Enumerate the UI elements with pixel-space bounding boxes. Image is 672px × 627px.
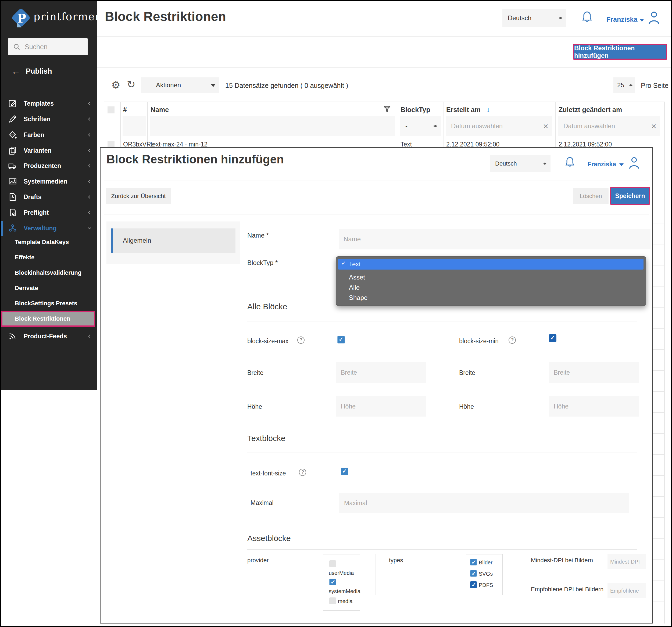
- name-input[interactable]: [339, 229, 650, 249]
- section-divider: [247, 321, 637, 321]
- row-checkbox[interactable]: [107, 141, 115, 148]
- sidebar-item-preflight[interactable]: Preflight: [0, 205, 97, 220]
- sidebar-item-verwaltung[interactable]: Verwaltung: [0, 220, 97, 236]
- sidebar-item-drafts[interactable]: Drafts: [0, 189, 97, 205]
- help-icon[interactable]: [297, 336, 305, 344]
- select-stepper-icon: [433, 123, 437, 129]
- chevron-left-icon: [87, 116, 93, 122]
- filter-id-input[interactable]: [123, 116, 146, 136]
- tab-allgemein[interactable]: Allgemein: [111, 228, 236, 252]
- bilder-checkbox[interactable]: [470, 559, 477, 565]
- clear-icon[interactable]: ×: [543, 121, 548, 130]
- systemMedia-checkbox[interactable]: [329, 579, 336, 585]
- user-avatar-icon[interactable]: [627, 154, 641, 171]
- group-divider: [375, 554, 376, 595]
- media-checkbox[interactable]: [329, 598, 336, 604]
- filter-type-select[interactable]: -: [400, 116, 441, 136]
- user-name[interactable]: Franziska: [587, 161, 616, 168]
- pencil-icon: [8, 115, 17, 124]
- col-header-name[interactable]: Name: [150, 106, 169, 114]
- chevron-left-icon: [87, 163, 93, 169]
- text-font-size-checkbox[interactable]: [341, 467, 349, 475]
- block-size-max-checkbox[interactable]: [337, 336, 345, 343]
- modal-language-select[interactable]: Deutsch: [490, 155, 551, 172]
- provider-group: userMedia systemMedia media: [323, 554, 360, 610]
- row-created: 2.12.2021 09:52:00: [446, 141, 499, 148]
- sidebar-item-systemmedien[interactable]: Systemmedien: [0, 174, 97, 189]
- per-page-label: Pro Seite: [641, 82, 669, 90]
- clear-icon[interactable]: ×: [651, 121, 656, 130]
- user-avatar-icon[interactable]: [646, 8, 662, 26]
- filter-funnel-icon[interactable]: [382, 104, 392, 114]
- sidebar-item-farben[interactable]: Farben: [0, 127, 97, 143]
- user-menu-caret-icon[interactable]: [640, 19, 644, 24]
- select-all-checkbox[interactable]: [107, 106, 115, 114]
- sidebar-item-product-feeds[interactable]: Product-Feeds: [0, 329, 97, 344]
- gear-icon[interactable]: ⚙: [111, 79, 120, 91]
- chevron-down-icon: [87, 225, 93, 231]
- blocktyp-dropdown: ✓ Text Asset Alle Shape: [336, 257, 646, 306]
- hoehe-max-input[interactable]: [336, 396, 426, 416]
- back-to-publish[interactable]: ← Publish: [11, 66, 52, 77]
- table-col-border: [555, 102, 556, 147]
- col-header-modified[interactable]: Zuletzt geändert am: [558, 106, 622, 114]
- user-name[interactable]: Franziska: [606, 16, 637, 23]
- sidebar-item-varianten[interactable]: Varianten: [0, 143, 97, 158]
- delete-button[interactable]: Löschen: [573, 188, 608, 204]
- help-icon[interactable]: [509, 336, 516, 344]
- breite-min-input[interactable]: [549, 362, 639, 383]
- sidebar-item-derivate[interactable]: Derivate: [15, 285, 38, 292]
- user-menu-caret-icon[interactable]: [619, 163, 624, 169]
- types-group: Bilder SVGs PDFS: [466, 554, 503, 595]
- userMedia-checkbox[interactable]: [329, 560, 336, 567]
- rec-dpi-label: Empfohlene DPI bei Bildern: [531, 586, 603, 593]
- paint-bucket-icon: [8, 130, 17, 140]
- block-size-min-checkbox[interactable]: [549, 334, 556, 342]
- notification-bell-icon[interactable]: [580, 10, 594, 26]
- back-to-overview-button[interactable]: Zurück zur Übersicht: [106, 188, 171, 204]
- blocktyp-option-asset[interactable]: Asset: [338, 272, 644, 283]
- breite-label: Breite: [247, 369, 263, 377]
- sidebar-item-blocksettings-presets[interactable]: BlockSettings Presets: [15, 300, 77, 307]
- blocktyp-option-alle[interactable]: Alle: [338, 283, 644, 293]
- filter-created-date[interactable]: Datum auswählen ×: [446, 116, 552, 136]
- provider-label: provider: [247, 557, 268, 564]
- sidebar-search[interactable]: Suchen: [8, 38, 88, 55]
- maximal-input[interactable]: [339, 493, 629, 513]
- group-divider: [517, 554, 517, 599]
- refresh-icon[interactable]: ↻: [127, 78, 136, 90]
- help-icon[interactable]: [299, 469, 306, 476]
- rec-dpi-input[interactable]: [607, 583, 646, 598]
- filter-name-input[interactable]: [150, 116, 395, 136]
- per-page-select[interactable]: 25: [614, 77, 635, 93]
- breite-max-input[interactable]: [336, 362, 426, 383]
- col-header-created[interactable]: Erstellt am: [446, 106, 481, 114]
- chevron-left-icon: [87, 148, 93, 153]
- blocktyp-option-text[interactable]: ✓ Text: [338, 259, 644, 269]
- sidebar-item-produzenten[interactable]: Produzenten: [0, 158, 97, 174]
- maximal-label: Maximal: [250, 499, 274, 507]
- col-header-id[interactable]: #: [123, 106, 127, 114]
- min-dpi-input[interactable]: [607, 554, 646, 569]
- sidebar-item-template-datakeys[interactable]: Template DataKeys: [15, 239, 69, 246]
- svgs-checkbox[interactable]: [470, 570, 477, 577]
- sidebar-item-block-restriktionen-active[interactable]: Block Restriktionen: [1, 311, 95, 327]
- actions-select[interactable]: Aktionen: [141, 77, 219, 93]
- language-select[interactable]: Deutsch: [502, 9, 566, 27]
- add-block-restriction-modal: Block Restriktionen hinzufügen Deutsch F…: [100, 147, 653, 624]
- blocktyp-option-shape[interactable]: Shape: [338, 293, 644, 303]
- notification-bell-icon[interactable]: [563, 155, 576, 170]
- chevron-left-icon: [87, 194, 93, 200]
- sidebar-item-schriften[interactable]: Schriften: [0, 111, 97, 127]
- save-button[interactable]: Speichern: [610, 187, 650, 205]
- sort-desc-icon[interactable]: ↓: [486, 105, 490, 114]
- pdfs-checkbox[interactable]: [470, 581, 477, 588]
- block-size-max-label: block-size-max: [247, 338, 288, 345]
- hoehe-min-input[interactable]: [549, 396, 639, 416]
- sidebar-item-blockinhaltsvalidierung[interactable]: Blockinhaltsvalidierung: [15, 269, 81, 276]
- col-header-type[interactable]: BlockTyp: [401, 106, 430, 114]
- filter-modified-date[interactable]: Datum auswählen ×: [558, 116, 660, 136]
- add-block-restriction-button[interactable]: Block Restriktionen hinzufügen: [573, 44, 667, 60]
- sidebar-item-effekte[interactable]: Effekte: [15, 254, 34, 261]
- sidebar-item-templates[interactable]: Templates: [0, 96, 97, 111]
